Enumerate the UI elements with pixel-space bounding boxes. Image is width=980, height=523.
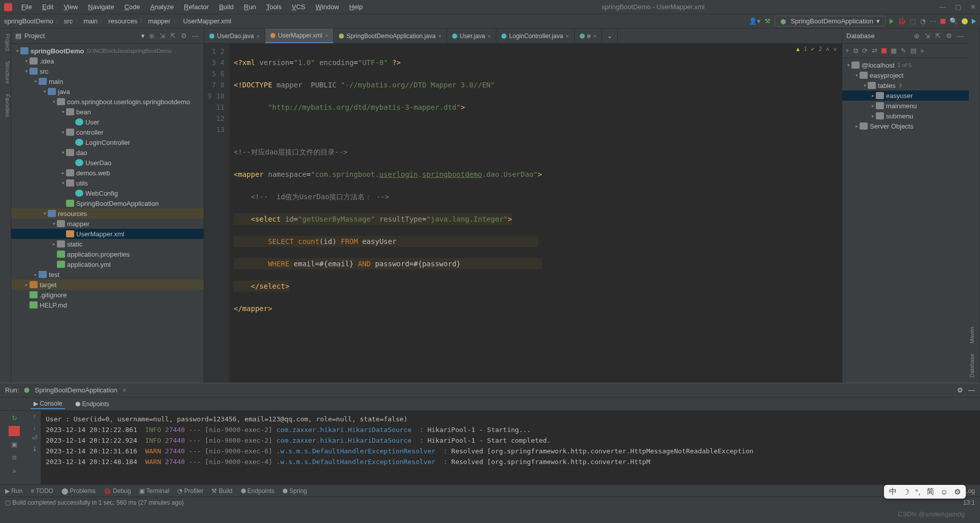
- ime-item[interactable]: ⚙: [954, 487, 961, 497]
- editor-tab[interactable]: e×: [575, 28, 602, 43]
- editor-tab[interactable]: LoginController.java×: [496, 28, 575, 43]
- db-item[interactable]: ▾easyproject: [842, 70, 969, 80]
- close-icon[interactable]: ✕: [970, 3, 976, 11]
- warning-icon[interactable]: ▲: [796, 46, 800, 52]
- editor-tab[interactable]: User.java×: [447, 28, 496, 43]
- refresh-icon[interactable]: ⟳: [862, 47, 868, 54]
- play-store-icon[interactable]: [972, 19, 976, 24]
- db-item[interactable]: ▸easyuser: [842, 90, 969, 101]
- menu-refactor[interactable]: Refactor: [180, 2, 213, 12]
- tree-item[interactable]: application.yml: [11, 259, 204, 269]
- strip-favorites[interactable]: Favorites: [0, 94, 11, 117]
- strip-project[interactable]: Project: [0, 34, 11, 51]
- maximize-icon[interactable]: ▢: [955, 3, 961, 11]
- up-icon[interactable]: ʌ: [826, 46, 830, 52]
- build-hammer-icon[interactable]: ⚒: [765, 17, 771, 25]
- sync-icon[interactable]: ⇄: [872, 47, 877, 54]
- crumb[interactable]: UserMapper.xml: [181, 17, 232, 25]
- tabs-dropdown[interactable]: ⌄: [602, 28, 618, 43]
- db-item[interactable]: ▾@localhost1 of 5: [842, 60, 969, 70]
- tree-item[interactable]: ▸demos.web: [11, 168, 204, 178]
- crumb[interactable]: springBootDemo: [4, 17, 53, 25]
- console-icon[interactable]: ▤: [910, 47, 916, 54]
- edit-icon[interactable]: ✎: [901, 47, 906, 54]
- hide-icon[interactable]: —: [968, 386, 975, 394]
- tree-item[interactable]: SpringBootDemoApplication: [11, 198, 204, 208]
- camera-icon[interactable]: ▣: [9, 439, 20, 449]
- bottom-tool-problems[interactable]: ⬤ Problems: [61, 487, 96, 495]
- hide-icon[interactable]: —: [956, 31, 965, 41]
- run-icon[interactable]: [890, 19, 894, 24]
- tree-item[interactable]: ▾dao: [11, 147, 204, 158]
- bottom-tool-todo[interactable]: ≡ TODO: [30, 487, 53, 495]
- layout-icon[interactable]: ⧈: [9, 452, 20, 463]
- close-icon[interactable]: ×: [593, 33, 596, 39]
- ime-item[interactable]: ☺: [940, 487, 948, 496]
- tree-item[interactable]: ▾.idea: [11, 56, 204, 66]
- hide-icon[interactable]: —: [191, 31, 200, 41]
- menu-navigate[interactable]: Navigate: [84, 2, 118, 12]
- db-item[interactable]: ▸Server Objects: [842, 121, 969, 131]
- bottom-tool-run[interactable]: ▶ Run: [5, 487, 22, 495]
- editor-tab[interactable]: UserDao.java×: [204, 28, 265, 43]
- menu-build[interactable]: Build: [215, 2, 238, 12]
- bottom-tool-debug[interactable]: 🐞 Debug: [104, 487, 131, 495]
- menu-code[interactable]: Code: [120, 2, 144, 12]
- stop-icon[interactable]: [9, 426, 20, 436]
- menu-analyze[interactable]: Analyze: [146, 2, 178, 12]
- tree-item[interactable]: LoginController: [11, 137, 204, 147]
- search-icon[interactable]: 🔍: [950, 17, 958, 25]
- menu-help[interactable]: Help: [345, 2, 367, 12]
- user-icon[interactable]: 👤▾: [749, 17, 761, 25]
- menu-window[interactable]: Window: [311, 2, 343, 12]
- tree-item[interactable]: ▾controller: [11, 127, 204, 137]
- bottom-tool-terminal[interactable]: ▣ Terminal: [139, 487, 169, 495]
- ime-item[interactable]: ☽: [903, 487, 909, 497]
- menu-vcs[interactable]: VCS: [288, 2, 309, 12]
- close-icon[interactable]: ×: [438, 33, 441, 39]
- tree-item[interactable]: .gitignore: [11, 290, 204, 300]
- crumb[interactable]: src: [64, 17, 73, 25]
- settings-icon[interactable]: ⚙: [180, 31, 188, 41]
- chevron-down-icon[interactable]: ▾: [141, 32, 145, 40]
- tree-item[interactable]: ▾utils: [11, 178, 204, 188]
- more-icon[interactable]: »: [921, 47, 924, 54]
- collapse-icon[interactable]: ⇱: [169, 31, 177, 41]
- tree-item[interactable]: ▸test: [11, 269, 204, 280]
- close-icon[interactable]: ×: [565, 33, 568, 39]
- locate-icon[interactable]: ⊕: [913, 31, 921, 41]
- copy-icon[interactable]: ⧉: [853, 47, 858, 55]
- tree-item[interactable]: ▾java: [11, 86, 204, 97]
- scroll-icon[interactable]: ⤓: [32, 445, 38, 452]
- add-icon[interactable]: +: [845, 47, 849, 54]
- close-icon[interactable]: ×: [257, 33, 260, 39]
- collapse-icon[interactable]: ⇱: [934, 31, 942, 41]
- close-tab-icon[interactable]: ×: [122, 386, 127, 394]
- table-icon[interactable]: ▦: [891, 47, 897, 54]
- ime-item[interactable]: °,: [915, 487, 921, 496]
- crumb[interactable]: main: [83, 17, 98, 25]
- crumb[interactable]: resources: [108, 17, 137, 25]
- ime-item[interactable]: 中: [889, 487, 897, 497]
- menu-file[interactable]: File: [17, 2, 36, 12]
- tree-item[interactable]: ▾src: [11, 66, 204, 76]
- bottom-tool-spring[interactable]: ⬢ Spring: [282, 487, 307, 495]
- rerun-icon[interactable]: ↻: [9, 413, 20, 423]
- down-icon[interactable]: ↓: [33, 423, 37, 431]
- menu-view[interactable]: View: [59, 2, 82, 12]
- stop-icon[interactable]: [881, 48, 887, 53]
- tree-item[interactable]: User: [11, 117, 204, 127]
- tree-root[interactable]: ▾ springBootDemo D:\NCB\ncbJava\springBo…: [11, 46, 204, 56]
- tree-item[interactable]: ▾resources: [11, 208, 204, 219]
- update-icon[interactable]: [962, 18, 968, 24]
- db-item[interactable]: ▸submenu: [842, 111, 969, 121]
- bottom-tool-build[interactable]: ⚒ Build: [211, 487, 232, 495]
- close-icon[interactable]: ×: [488, 33, 491, 39]
- editor-tab[interactable]: SpringBootDemoApplication.java×: [334, 28, 447, 43]
- settings-icon[interactable]: ⚙: [945, 31, 953, 41]
- tree-item[interactable]: HELP.md: [11, 300, 204, 310]
- expand-icon[interactable]: ⇲: [159, 31, 166, 41]
- code-editor[interactable]: 1 2 3 4 5 6 7 8 9 10 11 12 13 <?xml vers…: [204, 44, 842, 383]
- strip-structure[interactable]: Structure: [0, 61, 11, 84]
- close-icon[interactable]: ×: [325, 33, 328, 39]
